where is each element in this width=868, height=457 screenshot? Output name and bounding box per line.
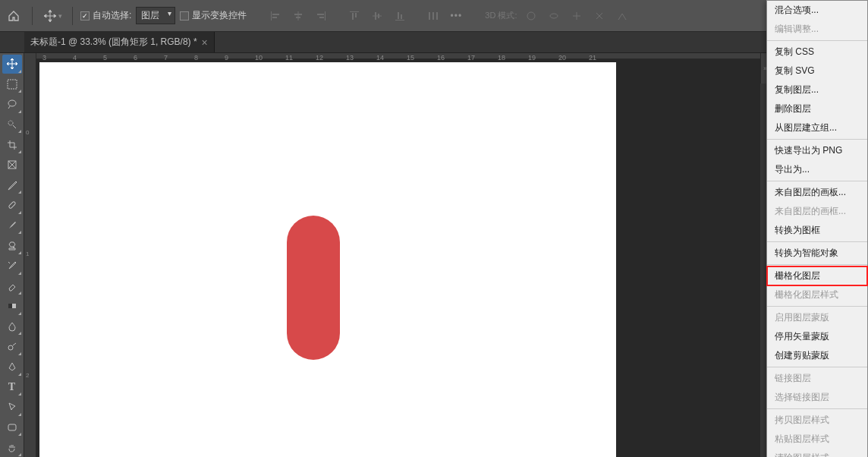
svg-point-21: [527, 12, 535, 20]
svg-rect-23: [8, 80, 17, 89]
menu-item: 链接图层: [767, 369, 867, 388]
svg-rect-8: [319, 17, 324, 18]
svg-rect-1: [272, 14, 279, 15]
align-top-icon[interactable]: [345, 7, 363, 25]
svg-point-25: [8, 121, 13, 125]
ruler-tick: 18: [498, 54, 505, 61]
type-tool[interactable]: T: [2, 378, 22, 397]
stamp-tool[interactable]: [2, 236, 22, 255]
close-tab-icon[interactable]: ×: [202, 36, 208, 49]
menu-item: 编辑调整...: [767, 20, 867, 39]
svg-point-24: [8, 100, 16, 106]
menu-item[interactable]: 复制图层...: [767, 80, 867, 99]
path-select-tool[interactable]: [2, 398, 22, 417]
rectangle-tool[interactable]: [2, 418, 22, 437]
ruler-tick: 2: [26, 372, 29, 379]
menu-separator: [767, 139, 867, 140]
svg-rect-12: [373, 15, 382, 16]
svg-rect-2: [272, 17, 277, 18]
frame-tool[interactable]: [2, 156, 22, 175]
pen-tool[interactable]: [2, 358, 22, 377]
align-right-icon[interactable]: [312, 7, 330, 25]
brush-tool[interactable]: [2, 216, 22, 235]
eyedropper-tool[interactable]: [2, 176, 22, 195]
ruler-tick: 19: [528, 54, 536, 61]
canvas-area: 3456789101112131415161718192021: [36, 53, 760, 457]
gradient-tool[interactable]: [2, 297, 22, 316]
svg-rect-15: [395, 20, 404, 20]
menu-item[interactable]: 复制 SVG: [767, 61, 867, 80]
ruler-tick: 0: [26, 129, 29, 136]
auto-select-target-dropdown[interactable]: 图层: [136, 7, 175, 24]
quick-select-tool[interactable]: [2, 115, 22, 134]
menu-item[interactable]: 快速导出为 PNG: [767, 141, 867, 160]
rounded-rect-shape[interactable]: [287, 216, 340, 360]
menu-separator: [767, 306, 867, 307]
canvas[interactable]: [39, 62, 616, 457]
svg-rect-17: [401, 14, 402, 19]
svg-rect-13: [375, 12, 376, 20]
separator: [32, 7, 33, 25]
menu-item[interactable]: 混合选项...: [767, 1, 867, 20]
svg-rect-16: [398, 12, 399, 19]
menu-item[interactable]: 创建剪贴蒙版: [767, 346, 867, 365]
home-icon[interactable]: [3, 5, 24, 27]
hand-tool[interactable]: [2, 438, 22, 457]
distribute-h-icon[interactable]: [424, 7, 442, 25]
3d-orbit-icon: [522, 7, 540, 25]
align-vcenter-icon[interactable]: [368, 7, 386, 25]
marquee-tool[interactable]: [2, 75, 22, 94]
menu-item[interactable]: 从图层建立组...: [767, 118, 867, 137]
menu-item[interactable]: 删除图层: [767, 99, 867, 118]
menu-item[interactable]: 复制 CSS: [767, 43, 867, 61]
svg-rect-7: [317, 14, 324, 15]
svg-rect-14: [378, 14, 379, 18]
show-transform-label: 显示变换控件: [192, 9, 247, 22]
horizontal-ruler: 3456789101112131415161718192021: [36, 53, 760, 59]
svg-rect-18: [429, 12, 430, 20]
ruler-tick: 15: [407, 54, 414, 61]
3d-pan-icon: [568, 7, 586, 25]
menu-item[interactable]: 转换为智能对象: [767, 244, 867, 263]
menu-item: 拷贝图层样式: [767, 411, 867, 430]
auto-select-checkbox[interactable]: ✓ 自动选择:: [80, 9, 131, 22]
svg-rect-3: [298, 11, 299, 20]
ruler-tick: 16: [437, 54, 445, 61]
menu-item: 清除图层样式: [767, 449, 867, 457]
menu-item[interactable]: 栅格化图层: [767, 266, 867, 285]
menu-item: 栅格化图层样式: [767, 285, 867, 304]
align-bottom-icon[interactable]: [391, 7, 409, 25]
menu-item[interactable]: 导出为...: [767, 160, 867, 179]
menu-separator: [767, 367, 867, 367]
dodge-tool[interactable]: [2, 337, 22, 356]
show-transform-checkbox[interactable]: 显示变换控件: [180, 9, 247, 22]
menu-item[interactable]: 转换为图框: [767, 221, 867, 240]
move-tool[interactable]: [2, 55, 22, 74]
svg-rect-31: [8, 424, 16, 430]
menu-item[interactable]: 停用矢量蒙版: [767, 327, 867, 346]
lasso-tool[interactable]: [2, 95, 22, 114]
ruler-tick: 17: [467, 54, 475, 61]
document-tabs: 未标题-1 @ 33.3% (圆角矩形 1, RGB/8) * × « »: [0, 32, 868, 53]
more-options-icon[interactable]: •••: [447, 7, 465, 25]
move-tool-icon[interactable]: ▾: [40, 5, 64, 27]
align-left-icon[interactable]: [266, 7, 285, 25]
document-tab[interactable]: 未标题-1 @ 33.3% (圆角矩形 1, RGB/8) * ×: [24, 32, 215, 52]
canvas-viewport[interactable]: [36, 59, 760, 457]
blur-tool[interactable]: [2, 317, 22, 336]
svg-rect-5: [296, 17, 300, 18]
mode-3d-label: 3D 模式:: [485, 10, 517, 21]
ruler-tick: 21: [589, 54, 596, 61]
history-brush-tool[interactable]: [2, 257, 22, 276]
crop-tool[interactable]: [2, 135, 22, 154]
menu-item: 选择链接图层: [767, 388, 867, 407]
menu-separator: [767, 40, 867, 41]
healing-tool[interactable]: [2, 196, 22, 215]
ruler-tick: 13: [346, 54, 354, 61]
align-hcenter-icon[interactable]: [289, 7, 307, 25]
menu-item[interactable]: 来自图层的画板...: [767, 183, 867, 202]
ruler-tick: 10: [255, 54, 263, 61]
eraser-tool[interactable]: [2, 277, 22, 296]
document-tab-title: 未标题-1 @ 33.3% (圆角矩形 1, RGB/8) *: [30, 36, 197, 49]
svg-rect-6: [325, 11, 326, 20]
